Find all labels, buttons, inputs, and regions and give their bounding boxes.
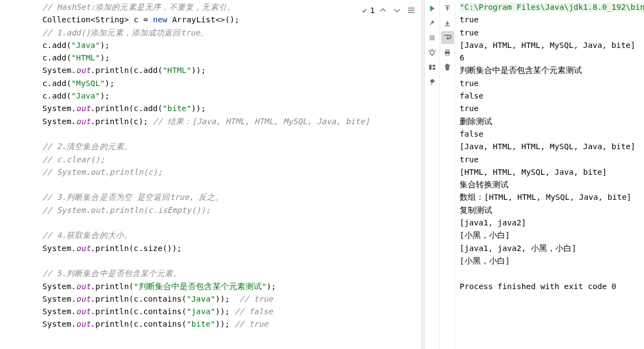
code-line[interactable]: // 5.判断集合中是否包含某个元素。: [42, 267, 422, 280]
code-line[interactable]: [42, 128, 422, 140]
pin-icon[interactable]: [426, 75, 439, 88]
code-line[interactable]: System.out.println(c.contains("Java")); …: [42, 293, 422, 305]
scroll-top-icon[interactable]: [441, 2, 454, 15]
trash-icon[interactable]: [441, 60, 454, 74]
more-icon[interactable]: [405, 4, 417, 16]
console-line: 复制测试: [460, 204, 644, 217]
console-line: [Java, HTML, HTML, MySQL, Java, bite]: [460, 140, 644, 153]
code-line[interactable]: System.out.println(c); // 结果：[Java, HTML…: [42, 115, 422, 128]
run-pane: "C:\Program Files\Java\jdk1.8.0_192\bint…: [425, 0, 644, 349]
code-line[interactable]: // c.clear();: [42, 154, 422, 166]
editor-pane[interactable]: ✔ 1 // HashSet:添加的元素是无序，不重复，无索引。Collecti…: [0, 0, 422, 349]
console-line: [java1, java2]: [460, 217, 644, 229]
console-line: [java1, java2, 小黑，小白]: [460, 242, 644, 255]
svg-rect-12: [445, 5, 450, 5]
code-line[interactable]: // System.out.println(c);: [42, 166, 422, 179]
scroll-bottom-icon[interactable]: [441, 16, 454, 29]
code-line[interactable]: c.add("HTML");: [42, 52, 422, 64]
console-line: true: [460, 77, 644, 90]
code-line[interactable]: System.out.println(c.contains("bite")); …: [42, 318, 422, 330]
code-line[interactable]: c.add("Java");: [42, 90, 422, 102]
svg-rect-11: [432, 68, 435, 70]
run-button[interactable]: [426, 2, 439, 15]
console-line: true: [460, 27, 644, 39]
console-line: 数组：[HTML, HTML, MySQL, Java, bite]: [460, 191, 644, 204]
check-icon: ✔: [362, 6, 367, 15]
console-line: [小黑，小白]: [460, 229, 644, 242]
code-line[interactable]: System.out.println(c.contains("java")); …: [42, 305, 422, 318]
code-line[interactable]: c.add("MySQL");: [42, 77, 422, 90]
code-line[interactable]: System.out.println(c.size());: [42, 242, 422, 255]
code-line[interactable]: System.out.println("判断集合中是否包含某个元素测试");: [42, 280, 422, 293]
debug-icon[interactable]: [426, 46, 439, 59]
svg-rect-9: [429, 64, 432, 69]
console-line: true: [460, 154, 644, 166]
console-line: [小黑，小白]: [460, 255, 644, 267]
code-line[interactable]: // 3.判断集合是否为空 是空返回true, 反之。: [42, 191, 422, 204]
svg-rect-16: [446, 53, 449, 56]
svg-rect-13: [445, 25, 450, 26]
code-line[interactable]: [42, 179, 422, 191]
console-line: 删除测试: [460, 115, 644, 128]
code-line[interactable]: c.add("Java");: [42, 39, 422, 52]
run-toolbar-left: [425, 0, 440, 349]
code-line[interactable]: // 2.清空集合的元素。: [42, 140, 422, 153]
code-line[interactable]: System.out.println(c.add("bite"));: [42, 102, 422, 115]
code-line[interactable]: // 1.add()添加元素，添加成功返回true。: [42, 27, 422, 39]
code-line[interactable]: System.out.println(c.add("HTML"));: [42, 64, 422, 77]
console-line: 判断集合中是否包含某个元素测试: [460, 64, 644, 77]
console-line: false: [460, 128, 644, 140]
code-line[interactable]: // System.out.println(c.isEmpty());: [42, 204, 422, 217]
svg-rect-3: [430, 35, 435, 40]
svg-line-7: [429, 50, 430, 51]
wrench-icon[interactable]: [426, 16, 439, 29]
console-line: true: [460, 14, 644, 26]
console-output[interactable]: "C:\Program Files\Java\jdk1.8.0_192\bint…: [455, 0, 644, 349]
layout-icon[interactable]: [426, 60, 439, 74]
code-line[interactable]: [42, 217, 422, 229]
code-line[interactable]: // 4.获取集合的大小。: [42, 229, 422, 242]
ide-root: ✔ 1 // HashSet:添加的元素是无序，不重复，无索引。Collecti…: [0, 0, 644, 349]
chevron-down-icon[interactable]: [391, 4, 403, 16]
svg-rect-0: [408, 8, 414, 9]
console-path: "C:\Program Files\Java\jdk1.8.0_192\bin: [460, 3, 644, 11]
console-line: true: [460, 102, 644, 115]
svg-line-8: [435, 50, 436, 51]
chevron-up-icon[interactable]: [377, 4, 389, 16]
console-line: false: [460, 90, 644, 102]
console-line: Process finished with exit code 0: [460, 280, 644, 293]
svg-rect-10: [432, 64, 435, 66]
console-line: [460, 267, 644, 280]
inspection-count: 1: [370, 6, 375, 15]
console-line: [Java, HTML, HTML, MySQL, Java, bite]: [460, 39, 644, 52]
run-toolbar-right: [440, 0, 455, 349]
print-icon[interactable]: [441, 46, 454, 59]
console-line: [HTML, HTML, MySQL, Java, bite]: [460, 166, 644, 179]
soft-wrap-icon[interactable]: [441, 31, 454, 44]
editor-inspection-widget[interactable]: ✔ 1: [362, 2, 417, 16]
svg-point-4: [430, 50, 435, 54]
stop-button[interactable]: [426, 31, 439, 44]
code-line[interactable]: [42, 255, 422, 267]
console-line: 集合转换测试: [460, 179, 644, 191]
code-area[interactable]: // HashSet:添加的元素是无序，不重复，无索引。Collection<S…: [0, 0, 422, 331]
console-line: 6: [460, 52, 644, 64]
svg-rect-15: [446, 49, 449, 51]
svg-rect-2: [408, 12, 414, 13]
svg-rect-1: [408, 10, 414, 11]
